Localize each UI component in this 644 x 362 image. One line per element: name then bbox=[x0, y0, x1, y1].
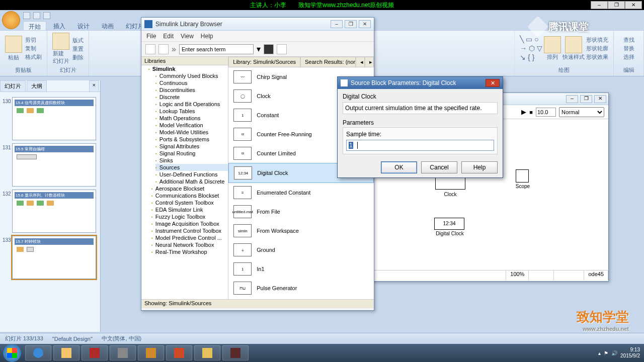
tree-toolbox[interactable]: Image Acquisition Toolbox bbox=[151, 220, 228, 227]
model-maximize-button[interactable]: ❐ bbox=[580, 95, 592, 103]
paste-icon[interactable] bbox=[5, 36, 22, 53]
tree-toolbox[interactable]: EDA Simulator Link bbox=[151, 206, 228, 213]
slide-thumb-131[interactable]: 131 15.5 常用自编程 bbox=[12, 143, 96, 187]
task-recorder[interactable] bbox=[222, 345, 249, 360]
tree-item-lookup-tables[interactable]: Lookup Tables bbox=[155, 108, 228, 115]
tree-item-sinks[interactable]: Sinks bbox=[155, 157, 228, 164]
simlib-close-button[interactable]: ✕ bbox=[359, 20, 371, 28]
tree-toolbox[interactable]: Control System Toolbox bbox=[151, 199, 228, 206]
slide-thumb-132[interactable]: 132 15.6 显示序列、计数器模块 bbox=[12, 190, 96, 233]
quickstyle-icon[interactable] bbox=[565, 36, 582, 53]
tray-clock[interactable]: 9:13 2015/9/2 bbox=[620, 347, 640, 359]
tree-item-signal-routing[interactable]: Signal Routing bbox=[155, 150, 228, 157]
block-from-file[interactable]: untitled.matFrom File bbox=[228, 202, 374, 221]
block-enumerated-constant[interactable]: ≡Enumerated Constant bbox=[228, 183, 374, 202]
task-matlab[interactable] bbox=[138, 345, 164, 360]
block-from-workspace[interactable]: siminFrom Workspace bbox=[228, 221, 374, 240]
model-close-button[interactable]: ✕ bbox=[594, 95, 606, 103]
tree-toolbox[interactable]: Real-Time Workshop bbox=[151, 248, 228, 255]
tree-item-commonly-used-blocks[interactable]: Commonly Used Blocks bbox=[155, 72, 228, 79]
system-tray[interactable]: ▴ ⚑ 🔊 9:13 2015/9/2 bbox=[598, 347, 644, 359]
qat-save-icon[interactable] bbox=[23, 12, 30, 19]
tab-library-path[interactable]: Library: Simulink/Sources bbox=[228, 57, 300, 67]
block-icon: simin bbox=[233, 224, 252, 237]
task-snip[interactable] bbox=[110, 345, 136, 360]
tab-scroll-left[interactable]: ◂ bbox=[356, 57, 365, 67]
panel-tab-outline[interactable]: 大纲 bbox=[27, 80, 47, 92]
qat-redo-icon[interactable] bbox=[43, 12, 50, 19]
office-orb-button[interactable] bbox=[2, 11, 20, 29]
tree-item-ports-subsystems[interactable]: Ports & Subsystems bbox=[155, 136, 228, 143]
tree-item-continuous[interactable]: Continuous bbox=[155, 79, 228, 86]
windows-taskbar[interactable]: ▴ ⚑ 🔊 9:13 2015/9/2 bbox=[0, 344, 644, 362]
simlib-maximize-button[interactable]: ❐ bbox=[345, 20, 357, 28]
arrange-icon[interactable] bbox=[544, 36, 561, 53]
tree-toolbox[interactable]: Aerospace Blockset bbox=[151, 185, 228, 192]
open-model-icon[interactable] bbox=[158, 44, 169, 54]
slide-thumb-133[interactable]: 133 15.7 时钟模块 bbox=[12, 236, 96, 279]
help-button[interactable]: Help bbox=[461, 161, 498, 173]
task-powerpoint[interactable] bbox=[166, 345, 192, 360]
tray-volume-icon[interactable]: 🔊 bbox=[611, 350, 617, 356]
sim-mode-select[interactable]: Normal bbox=[559, 107, 604, 117]
tree-toolbox[interactable]: Model Predictive Control ... bbox=[151, 234, 228, 241]
block-in-[interactable]: 1In1 bbox=[228, 259, 374, 279]
panel-close-button[interactable]: × bbox=[89, 80, 99, 92]
tray-up-icon[interactable]: ▴ bbox=[598, 350, 601, 356]
new-slide-icon[interactable] bbox=[52, 33, 69, 50]
search-input[interactable] bbox=[179, 44, 254, 54]
sample-time-input[interactable]: 1 bbox=[346, 140, 494, 151]
ok-button[interactable]: OK bbox=[381, 161, 417, 173]
stop-icon[interactable]: ■ bbox=[529, 109, 533, 115]
slide-thumb-130[interactable]: 130 15.4 信号源类及虚拟数模块 bbox=[12, 97, 96, 140]
search-dropdown-icon[interactable]: ▾ bbox=[257, 44, 261, 54]
tree-item-sources[interactable]: Sources bbox=[155, 164, 228, 171]
tree-item-math-operations[interactable]: Math Operations bbox=[155, 115, 228, 122]
tree-simulink[interactable]: Simulink bbox=[148, 65, 228, 72]
tab-scroll-right[interactable]: ▸ bbox=[365, 57, 374, 67]
tree-item-model-wide-utilities[interactable]: Model-Wide Utilities bbox=[155, 129, 228, 136]
model-minimize-button[interactable]: – bbox=[566, 95, 578, 103]
task-adobe[interactable] bbox=[82, 345, 108, 360]
tree-toolbox[interactable]: Fuzzy Logic Toolbox bbox=[151, 213, 228, 220]
digital-clock-block[interactable]: 12:34 bbox=[434, 218, 464, 230]
tree-item-discontinuities[interactable]: Discontinuities bbox=[155, 86, 228, 94]
library-tree[interactable]: Libraries Simulink Commonly Used BlocksC… bbox=[141, 57, 228, 299]
menu-file[interactable]: File bbox=[146, 33, 156, 40]
search-button-icon[interactable] bbox=[264, 44, 274, 54]
tree-item-logic-and-bit-operations[interactable]: Logic and Bit Operations bbox=[155, 101, 228, 108]
block-pulse-generator[interactable]: ⊓⊔Pulse Generator bbox=[228, 279, 374, 298]
tree-item-additional-math-discrete[interactable]: Additional Math & Discrete bbox=[155, 178, 228, 185]
tray-flag-icon[interactable]: ⚑ bbox=[604, 350, 608, 356]
block-parameters-dialog[interactable]: Source Block Parameters: Digital Clock ✕… bbox=[337, 76, 503, 178]
tree-toolbox[interactable]: Communications Blockset bbox=[151, 192, 228, 199]
tree-toolbox[interactable]: Neural Network Toolbox bbox=[151, 241, 228, 248]
menu-view[interactable]: View bbox=[181, 33, 194, 40]
window-maximize-button[interactable]: ❐ bbox=[608, 1, 625, 9]
tree-item-user-defined-functions[interactable]: User-Defined Functions bbox=[155, 171, 228, 178]
menu-edit[interactable]: Edit bbox=[163, 33, 174, 40]
toggle-view-icon[interactable] bbox=[277, 44, 287, 54]
tab-search-results[interactable]: Search Results: (nor bbox=[300, 57, 356, 67]
window-minimize-button[interactable]: – bbox=[591, 1, 608, 9]
task-ie[interactable] bbox=[25, 345, 51, 360]
tree-item-discrete[interactable]: Discrete bbox=[155, 94, 228, 101]
task-explorer[interactable] bbox=[194, 345, 220, 360]
qat-undo-icon[interactable] bbox=[33, 12, 40, 19]
dialog-close-button[interactable]: ✕ bbox=[486, 79, 500, 87]
cancel-button[interactable]: Cancel bbox=[421, 161, 457, 173]
menu-help[interactable]: Help bbox=[201, 33, 213, 40]
run-icon[interactable]: ▶ bbox=[521, 108, 526, 116]
window-close-button[interactable]: ✕ bbox=[625, 1, 642, 9]
simlib-minimize-button[interactable]: – bbox=[331, 20, 343, 28]
task-paint[interactable] bbox=[53, 345, 79, 360]
scope-block[interactable] bbox=[516, 169, 529, 183]
tree-item-model-verification[interactable]: Model Verification bbox=[155, 122, 228, 129]
new-model-icon[interactable] bbox=[145, 44, 155, 54]
start-button[interactable] bbox=[3, 344, 21, 362]
tree-item-signal-attributes[interactable]: Signal Attributes bbox=[155, 143, 228, 150]
tree-toolbox[interactable]: Instrument Control Toolbox bbox=[151, 227, 228, 234]
panel-tab-slides[interactable]: 幻灯片 bbox=[0, 80, 26, 92]
block-ground[interactable]: ⏚Ground bbox=[228, 240, 374, 259]
stop-time-input[interactable] bbox=[536, 108, 556, 117]
